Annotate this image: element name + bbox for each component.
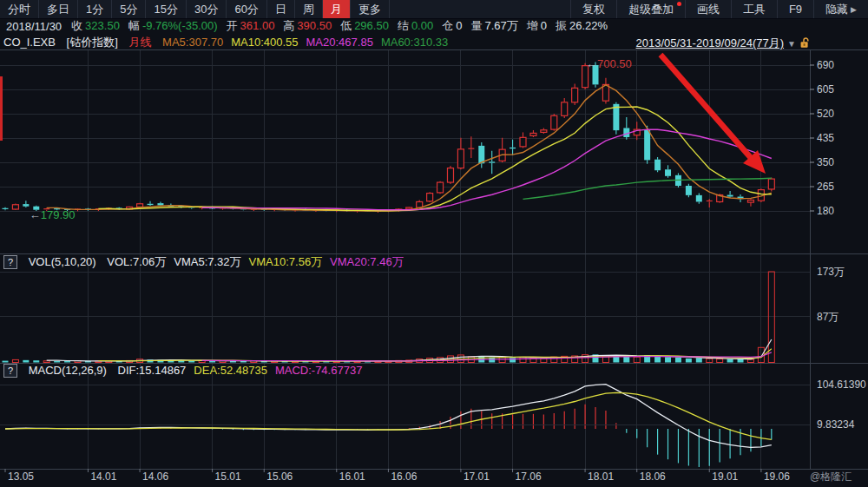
ma5-line (47, 85, 772, 211)
macd-pane-header: ? MACD(12,26,9) DIF:15.14867DEA:52.48735… (3, 364, 378, 378)
price-axis-label: 690 (817, 59, 834, 71)
ma60-line (523, 178, 772, 199)
volume-axis-label: 87万 (817, 311, 838, 323)
price-axis-label: 435 (817, 132, 834, 144)
annotation-peak-price: ←700.50 (586, 57, 632, 70)
x-axis-label: 16.06 (391, 471, 417, 483)
x-axis-label: 18.06 (640, 471, 666, 483)
x-axis-label: 15.01 (215, 471, 241, 483)
vma5-line (47, 339, 772, 361)
indicator-value: MACD:-74.67737 (275, 364, 362, 377)
macd-histogram (16, 405, 772, 467)
x-axis-label: 14.01 (90, 471, 116, 483)
x-axis-label: 19.01 (712, 471, 738, 483)
x-axis-label: 17.06 (516, 471, 542, 483)
x-axis-label: 16.01 (339, 471, 365, 483)
indicator-value: DEA:52.48735 (194, 364, 267, 377)
help-icon[interactable]: ? (3, 364, 17, 378)
price-axis-label: 180 (817, 205, 834, 217)
indicator-value: DIF:15.14867 (118, 364, 187, 377)
chevron-down-icon[interactable]: ▼ (787, 39, 796, 49)
price-axis-label: 350 (817, 156, 834, 168)
date-range-selector[interactable]: 2013/05/31-2019/09/24(77月) ▼ (636, 36, 811, 51)
volume-pane-header: ? VOL(5,10,20) VOL:7.06万VMA5:7.32万VMA10:… (3, 254, 419, 270)
main-chart-header: CO_I.EXB [钴价指数] 月线 MA5:307.70MA10:400.55… (3, 35, 464, 50)
price-axis-label: 520 (817, 108, 834, 120)
help-icon[interactable]: ? (3, 255, 17, 269)
macd-gridlines (0, 385, 810, 424)
symbol-name: [钴价指数] (67, 36, 118, 49)
indicator-value: VMA10:7.56万 (249, 255, 323, 268)
vol-indicator-title: VOL(5,10,20) (29, 255, 96, 268)
axis-labels: 690605520435350265180173万87万104.613909.8… (5, 59, 866, 483)
left-edge-marker (0, 76, 3, 141)
date-range-text[interactable]: 2013/05/31-2019/09/24(77月) (636, 36, 785, 51)
watermark: @格隆汇 (810, 470, 852, 484)
macd-legend: DIF:15.14867DEA:52.48735MACD:-74.67737 (118, 364, 371, 377)
vol-legend: VOL:7.06万VMA5:7.32万VMA10:7.56万VMA20:7.46… (107, 255, 411, 268)
ma-legend: MA5:307.70MA10:400.55MA20:467.85MA60:310… (162, 36, 456, 49)
macd-axis-label: 104.61390 (817, 378, 866, 391)
indicator-value: VMA5:7.32万 (174, 255, 240, 268)
x-axis-label: 14.06 (142, 471, 168, 483)
chart-canvas[interactable]: 690605520435350265180173万87万104.613909.8… (0, 0, 868, 487)
annotation-low-price: ←179.90 (30, 208, 76, 221)
period-label: 月线 (128, 36, 151, 49)
ma10-line (98, 107, 771, 211)
x-axis-label: 15.06 (266, 471, 293, 483)
macd-indicator-title: MACD(12,26,9) (29, 364, 107, 377)
indicator-value: VMA20:7.46万 (330, 255, 404, 268)
symbol-code: CO_I.EXB (3, 36, 56, 49)
indicator-value: MA10:400.55 (231, 36, 298, 49)
x-axis-label: 18.01 (588, 471, 614, 483)
x-axis-label: 13.05 (8, 471, 34, 483)
indicator-value: MA20:467.85 (306, 36, 373, 49)
x-axis-label: 19.06 (764, 471, 790, 483)
indicator-value: VOL:7.06万 (107, 255, 166, 268)
volume-axis-label: 173万 (817, 266, 845, 278)
x-axis-label: 17.01 (464, 471, 490, 483)
indicator-value: MA60:310.33 (381, 36, 448, 49)
macd-axis-label: 9.83234 (817, 418, 855, 431)
price-axis-label: 605 (817, 83, 834, 95)
lock-open-icon[interactable] (799, 37, 811, 49)
trading-app-window: 分时多日1分5分15分30分60分日周月更多 复权超级叠加画线工具F9隐藏▶ 2… (0, 0, 868, 487)
indicator-value: MA5:307.70 (162, 36, 223, 49)
price-axis-label: 265 (817, 181, 834, 193)
